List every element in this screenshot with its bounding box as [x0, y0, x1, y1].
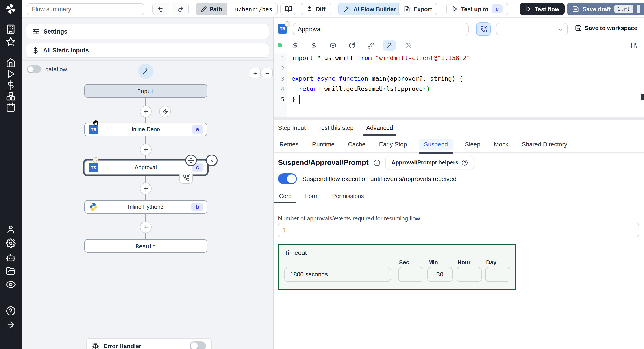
workers-bot-icon[interactable] [6, 253, 16, 263]
node-result[interactable]: Result [84, 239, 207, 253]
flow-settings-button[interactable]: Settings [26, 24, 269, 39]
step-header: TS Save to workspace [274, 18, 644, 38]
top-toolbar: Path u/henri/bes Diff AI Flow Builder Ex… [22, 0, 644, 18]
insert-step-button[interactable] [140, 221, 152, 233]
export-button[interactable]: Export [398, 3, 437, 15]
step-detail-panel: TS Save to workspace [274, 18, 644, 349]
schedules-calendar-icon[interactable] [6, 102, 16, 112]
step-tabs: Step InputTest this stepAdvanced [274, 120, 644, 136]
tab-step-input[interactable]: Step Input [278, 120, 306, 136]
tab-advanced[interactable]: Advanced [366, 120, 393, 136]
building-icon[interactable] [6, 24, 16, 34]
help-circle-icon[interactable] [6, 306, 16, 316]
path-button[interactable]: Path u/henri/bes [196, 3, 278, 15]
folder-open-icon[interactable] [6, 266, 16, 276]
suspend-toggle[interactable] [278, 173, 297, 184]
editor-toolbar [274, 38, 644, 52]
insert-step-button[interactable] [140, 106, 152, 117]
timeout-seconds-display[interactable] [284, 267, 391, 282]
package-icon[interactable] [326, 40, 340, 51]
node-deno-label: Inline Deno [132, 126, 160, 133]
timeout-min-input[interactable] [428, 267, 452, 282]
subtab-shared-directory[interactable]: Shared Directory [520, 139, 569, 150]
undo-button[interactable] [153, 3, 169, 15]
delete-step-button[interactable] [206, 155, 218, 166]
suspend-tab-permissions[interactable]: Permissions [331, 192, 365, 203]
approval-prompt-helpers-button[interactable]: Approval/Prompt helpers [385, 156, 474, 169]
ai-wand-button[interactable] [382, 40, 396, 51]
windmill-logo-icon[interactable] [5, 3, 16, 15]
line-number: 3 [274, 73, 284, 84]
timeout-sec-input[interactable] [398, 267, 423, 282]
star-icon[interactable] [6, 37, 16, 47]
insert-step-button[interactable] [140, 183, 152, 194]
node-result-label: Result [136, 243, 156, 249]
line-number: 2 [274, 63, 284, 73]
graph-zoom-in-button[interactable]: + [250, 68, 260, 78]
settings-gear-icon[interactable] [6, 238, 16, 248]
node-inline-deno[interactable]: TS Inline Deno a [84, 123, 207, 136]
info-icon[interactable] [374, 159, 380, 166]
paintbrush-icon[interactable] [364, 40, 377, 51]
code-token [335, 75, 339, 82]
user-icon[interactable] [6, 224, 16, 234]
timeout-hour-input[interactable] [456, 267, 482, 282]
code-text: return wmill.getResumeUrls(approver) [292, 84, 430, 94]
language-select[interactable] [496, 23, 568, 35]
library-icon[interactable] [630, 42, 638, 49]
all-static-inputs-button[interactable]: All Static Inputs [26, 43, 269, 58]
node-inline-python3[interactable]: Inline Python3 b [84, 200, 207, 214]
ai-wand-off-icon[interactable] [402, 40, 415, 51]
suspend-tab-form[interactable]: Form [304, 192, 320, 203]
line-number: 1 [274, 53, 284, 63]
error-handler-toggle[interactable] [190, 342, 206, 349]
trigger-bolt-button[interactable] [159, 106, 171, 117]
code-token: approver [397, 85, 426, 92]
refresh-icon[interactable] [345, 40, 358, 51]
subtab-retries[interactable]: Retries [278, 139, 300, 150]
ai-flow-builder-button[interactable]: AI Flow Builder [338, 3, 401, 15]
tab-test-this-step[interactable]: Test this step [318, 120, 354, 136]
node-input[interactable]: Input [84, 84, 207, 98]
dollar-icon[interactable] [288, 40, 302, 51]
home-icon[interactable] [6, 58, 16, 68]
dollar-icon[interactable] [307, 40, 321, 51]
typescript-badge: TS [89, 163, 98, 172]
resources-boxes-icon[interactable] [6, 91, 16, 101]
code-editor[interactable]: 1import * as wmill from "windmill-client… [274, 53, 644, 117]
docs-book-button[interactable] [280, 3, 296, 15]
move-step-button[interactable] [185, 155, 197, 166]
insert-step-button[interactable] [140, 144, 152, 155]
editor-resize-handle[interactable] [274, 117, 644, 120]
subtab-cache[interactable]: Cache [347, 139, 367, 150]
timeout-unit-hour: Hour [456, 259, 482, 282]
code-token: import [292, 54, 314, 61]
timeout-day-input[interactable] [485, 267, 510, 282]
step-name-input[interactable] [293, 23, 469, 35]
ai-graph-wand-button[interactable] [138, 64, 154, 79]
subtab-sleep[interactable]: Sleep [464, 139, 482, 150]
variables-dollar-icon[interactable] [6, 80, 16, 90]
graph-zoom-out-button[interactable]: − [262, 68, 273, 78]
subtab-suspend[interactable]: Suspend [419, 139, 453, 150]
test-up-to-button[interactable]: Test up to c [446, 3, 508, 15]
test-flow-button[interactable]: Test flow [520, 3, 565, 15]
suspend-tab-core[interactable]: Core [278, 192, 292, 203]
redo-button[interactable] [172, 3, 188, 15]
diff-button[interactable]: Diff [301, 3, 331, 15]
deploy-button-clipped[interactable] [640, 3, 644, 15]
save-draft-button[interactable]: Save draft Ctrl S [567, 3, 644, 15]
play-icon [452, 6, 458, 12]
dataflow-toggle[interactable] [27, 65, 41, 73]
subtab-runtime[interactable]: Runtime [311, 139, 336, 150]
eye-icon[interactable] [6, 280, 16, 289]
runs-play-icon[interactable] [6, 69, 16, 79]
suspend-phone-toggle-button[interactable] [476, 22, 490, 36]
subtab-mock[interactable]: Mock [492, 139, 510, 150]
approvals-required-input[interactable] [278, 223, 639, 237]
flow-summary-input[interactable] [27, 3, 144, 15]
save-to-workspace-button[interactable]: Save to workspace [575, 25, 637, 31]
collapse-arrow-right-icon[interactable] [6, 320, 16, 330]
suspend-toggle-label: Suspend flow execution until events/appr… [302, 175, 456, 182]
subtab-early-stop[interactable]: Early Stop [378, 139, 408, 150]
